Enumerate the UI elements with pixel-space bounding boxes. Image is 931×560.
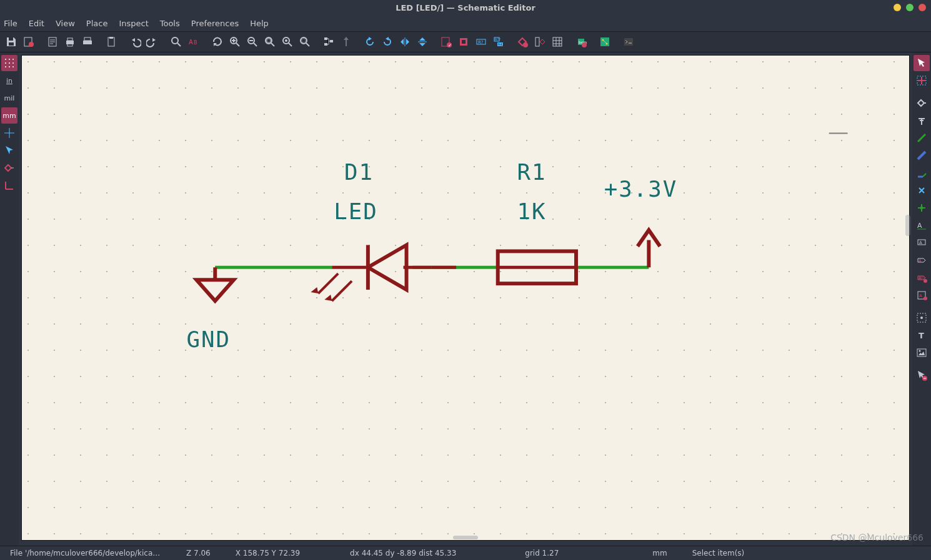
window-title: LED [LED/] — Schematic Editor (396, 3, 535, 12)
highlight-net-icon[interactable] (914, 72, 930, 89)
label-icon[interactable]: A (914, 217, 930, 233)
hidden-pins-icon[interactable] (1, 160, 17, 176)
d1-value[interactable]: LED (334, 199, 378, 224)
d1-ref[interactable]: D1 (344, 159, 374, 185)
find-icon[interactable] (167, 33, 185, 51)
add-symbol-icon[interactable] (914, 95, 930, 111)
erc-icon[interactable]: ✓ (437, 33, 455, 51)
units-mm-icon[interactable]: mm (1, 107, 17, 124)
menu-help[interactable]: Help (250, 19, 269, 28)
svg-rect-25 (330, 40, 333, 42)
close-button[interactable] (919, 4, 926, 11)
mirror-v-icon[interactable] (414, 33, 431, 51)
pcb-update-icon[interactable]: bom (572, 33, 590, 51)
svg-rect-39 (553, 37, 562, 46)
wire-icon[interactable] (914, 130, 930, 146)
menubar: File Edit View Place Inspect Tools Prefe… (0, 15, 931, 32)
svg-rect-30 (462, 40, 466, 44)
svg-line-72 (918, 152, 925, 159)
units-mil-icon[interactable]: mil (1, 90, 17, 106)
svg-text:T: T (919, 331, 924, 340)
svg-text:R??: R?? (495, 37, 500, 41)
horizontal-scrollbar[interactable] (453, 536, 478, 539)
bus-icon[interactable] (914, 147, 930, 164)
leave-sheet-icon[interactable] (337, 33, 355, 51)
svg-line-66 (318, 273, 338, 293)
refresh-icon[interactable] (209, 33, 226, 51)
vertical-scrollbar[interactable] (905, 215, 910, 236)
svg-text:✓: ✓ (448, 43, 452, 48)
page-settings-icon[interactable] (44, 33, 61, 51)
paste-icon[interactable] (102, 33, 120, 51)
sym-browser-icon[interactable] (531, 33, 549, 51)
rotate-ccw-icon[interactable] (361, 33, 379, 51)
schematic-setup-icon[interactable] (20, 33, 37, 51)
junction-icon[interactable] (914, 200, 930, 216)
mirror-h-icon[interactable] (396, 33, 414, 51)
svg-rect-6 (67, 38, 72, 41)
rotate-cw-icon[interactable] (379, 33, 396, 51)
svg-point-54 (9, 66, 10, 67)
text-icon[interactable]: T (914, 327, 930, 343)
svg-text:A: A (919, 240, 922, 245)
zoom-selection-icon[interactable] (296, 33, 314, 51)
delete-icon[interactable] (914, 367, 930, 383)
save-icon[interactable] (2, 33, 20, 51)
global-label-icon[interactable]: A (914, 252, 930, 268)
zoom-object-icon[interactable] (279, 33, 296, 51)
plot-icon[interactable] (79, 33, 96, 51)
grid-toggle-icon[interactable] (1, 55, 17, 71)
minimize-button[interactable] (894, 4, 901, 11)
units-in-icon[interactable]: in (1, 72, 17, 89)
origin-icon[interactable] (1, 177, 17, 194)
schematic-canvas[interactable]: D1 LED R1 1K +3.3V GND (21, 55, 910, 541)
svg-point-42 (582, 42, 587, 47)
select-tool-icon[interactable] (914, 55, 930, 71)
svg-text:A: A (189, 39, 193, 46)
zoom-in-icon[interactable] (226, 33, 244, 51)
svg-rect-1 (9, 42, 14, 46)
undo-icon[interactable] (126, 33, 144, 51)
svg-point-53 (5, 66, 6, 67)
sheet-icon[interactable]: A (914, 287, 930, 303)
maximize-button[interactable] (906, 4, 914, 11)
svg-point-48 (9, 59, 10, 60)
bus-entry-icon[interactable] (914, 165, 930, 181)
net-class-icon[interactable]: A (914, 235, 930, 251)
no-connect-icon[interactable] (914, 182, 930, 199)
gnd-label[interactable]: GND (187, 327, 231, 352)
cursor-icon[interactable] (1, 142, 17, 159)
add-power-icon[interactable] (914, 112, 930, 129)
menu-preferences[interactable]: Preferences (191, 19, 239, 28)
power-label[interactable]: +3.3V (604, 176, 678, 202)
menu-tools[interactable]: Tools (160, 19, 180, 28)
print-icon[interactable] (61, 33, 79, 51)
image-icon[interactable] (914, 345, 930, 361)
zoom-out-icon[interactable] (244, 33, 261, 51)
svg-text:A: A (919, 293, 922, 298)
pcb-editor-icon[interactable] (596, 33, 614, 51)
r1-ref[interactable]: R1 (517, 159, 547, 185)
sheet-pin-icon[interactable] (914, 310, 930, 326)
find-replace-icon[interactable]: AB (185, 33, 202, 51)
hierarchy-icon[interactable] (320, 33, 337, 51)
annotate-icon[interactable]: R? (472, 33, 490, 51)
update-fields-icon[interactable]: R??R42 (490, 33, 507, 51)
menu-file[interactable]: File (4, 19, 17, 28)
script-console-icon[interactable] (620, 33, 637, 51)
cursor-full-icon[interactable] (1, 125, 17, 141)
zoom-fit-icon[interactable] (261, 33, 279, 51)
menu-place[interactable]: Place (86, 19, 108, 28)
r1-value[interactable]: 1K (517, 199, 547, 224)
menu-view[interactable]: View (56, 19, 75, 28)
bom-icon[interactable] (549, 33, 566, 51)
menu-inspect[interactable]: Inspect (119, 19, 148, 28)
hier-label-icon[interactable]: A (914, 270, 930, 286)
status-xy: X 158.75 Y 72.39 (229, 549, 306, 558)
menu-edit[interactable]: Edit (29, 19, 44, 28)
svg-text:R42: R42 (498, 42, 504, 46)
status-zoom: Z 7.06 (180, 549, 217, 558)
redo-icon[interactable] (144, 33, 161, 51)
sym-editor-icon[interactable] (514, 33, 531, 51)
footprint-assign-icon[interactable] (455, 33, 472, 51)
